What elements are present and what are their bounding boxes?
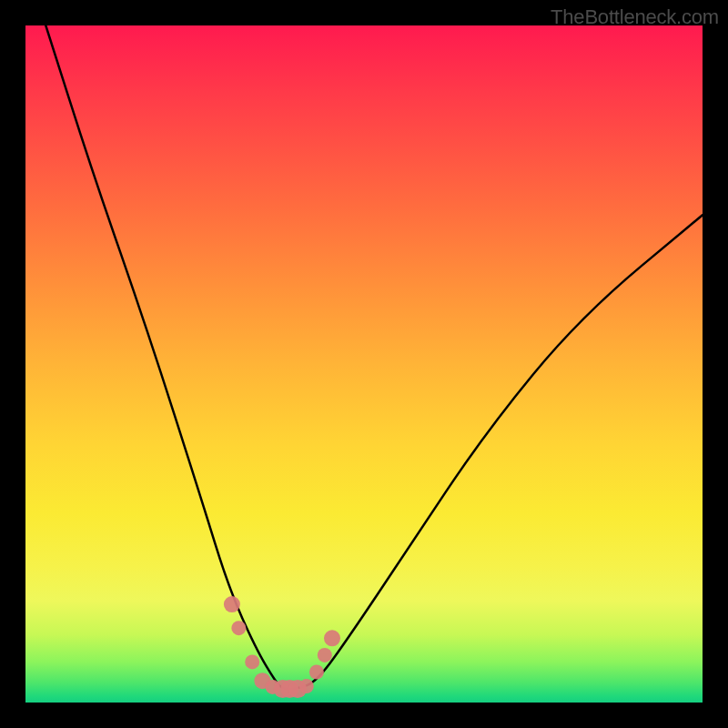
plot-background <box>25 25 703 703</box>
watermark-text: TheBottleneck.com <box>551 5 719 29</box>
chart-frame: TheBottleneck.com <box>0 0 728 728</box>
